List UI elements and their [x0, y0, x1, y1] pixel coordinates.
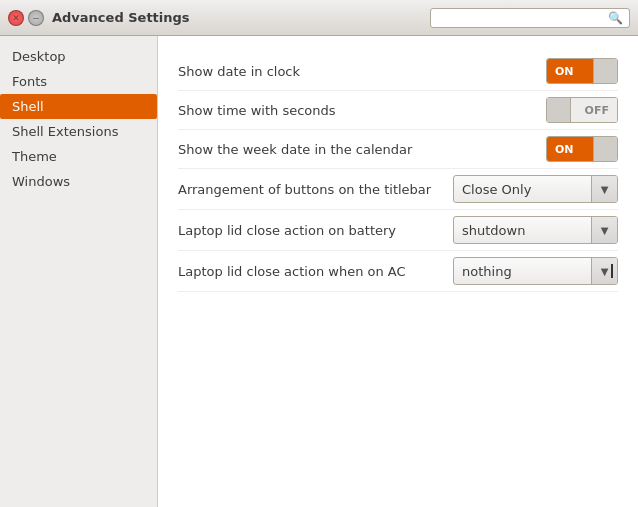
toggle-thumb-week [593, 137, 617, 161]
sidebar-item-fonts[interactable]: Fonts [0, 69, 157, 94]
close-icon: ✕ [12, 13, 20, 23]
search-box[interactable]: 🔍 [430, 8, 630, 28]
dropdown-lid-battery[interactable]: shutdown ▼ [453, 216, 618, 244]
main-layout: Desktop Fonts Shell Shell Extensions The… [0, 36, 638, 507]
setting-label-titlebar-buttons: Arrangement of buttons on the titlebar [178, 182, 453, 197]
setting-label-show-date: Show date in clock [178, 64, 546, 79]
setting-label-lid-battery: Laptop lid close action on battery [178, 223, 453, 238]
titlebar: ✕ − Advanced Settings 🔍 [0, 0, 638, 36]
chevron-down-icon-battery: ▼ [601, 225, 609, 236]
toggle-show-seconds[interactable]: OFF [546, 97, 618, 123]
sidebar-item-theme[interactable]: Theme [0, 144, 157, 169]
sidebar-item-windows[interactable]: Windows [0, 169, 157, 194]
setting-label-lid-ac: Laptop lid close action when on AC [178, 264, 453, 279]
toggle-thumb [593, 59, 617, 83]
search-input[interactable] [437, 11, 604, 25]
setting-row-show-date: Show date in clock ON [178, 52, 618, 91]
toggle-on-label-week: ON [547, 137, 593, 161]
dropdown-arrow-lid-battery: ▼ [591, 217, 617, 243]
toggle-show-week[interactable]: ON [546, 136, 618, 162]
chevron-down-icon: ▼ [601, 184, 609, 195]
minimize-icon: − [32, 13, 40, 23]
sidebar-item-desktop[interactable]: Desktop [0, 44, 157, 69]
setting-label-show-week: Show the week date in the calendar [178, 142, 546, 157]
setting-row-lid-ac: Laptop lid close action when on AC nothi… [178, 251, 618, 292]
dropdown-lid-ac[interactable]: nothing ▼ [453, 257, 618, 285]
dropdown-titlebar-buttons[interactable]: Close Only ▼ [453, 175, 618, 203]
dropdown-value-lid-ac: nothing [454, 264, 591, 279]
dropdown-value-titlebar: Close Only [454, 182, 591, 197]
settings-content: Show date in clock ON Show time with sec… [158, 36, 638, 507]
toggle-show-date[interactable]: ON [546, 58, 618, 84]
sidebar-item-shell[interactable]: Shell [0, 94, 157, 119]
setting-row-show-week: Show the week date in the calendar ON [178, 130, 618, 169]
setting-row-show-seconds: Show time with seconds OFF [178, 91, 618, 130]
close-button[interactable]: ✕ [8, 10, 24, 26]
setting-label-show-seconds: Show time with seconds [178, 103, 546, 118]
window-title: Advanced Settings [52, 10, 422, 25]
search-icon: 🔍 [608, 11, 623, 25]
minimize-button[interactable]: − [28, 10, 44, 26]
toggle-off-label: OFF [571, 98, 617, 122]
toggle-on-label: ON [547, 59, 593, 83]
toggle-thumb2 [547, 98, 571, 122]
sidebar: Desktop Fonts Shell Shell Extensions The… [0, 36, 158, 507]
chevron-down-icon-ac: ▼ [601, 266, 609, 277]
setting-row-lid-battery: Laptop lid close action on battery shutd… [178, 210, 618, 251]
setting-row-titlebar-buttons: Arrangement of buttons on the titlebar C… [178, 169, 618, 210]
sidebar-item-shell-extensions[interactable]: Shell Extensions [0, 119, 157, 144]
dropdown-arrow-lid-ac: ▼ [591, 258, 617, 284]
dropdown-arrow-titlebar: ▼ [591, 176, 617, 202]
dropdown-value-lid-battery: shutdown [454, 223, 591, 238]
window-controls: ✕ − [8, 10, 44, 26]
